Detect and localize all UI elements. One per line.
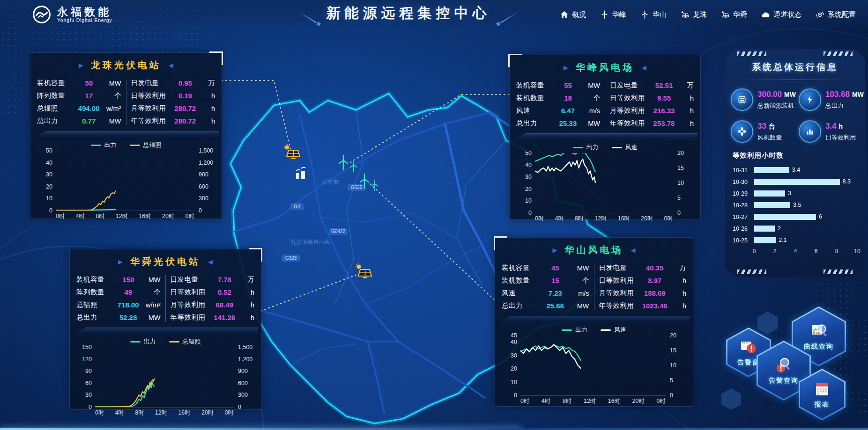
bar-value: 3	[785, 190, 791, 197]
stat-row: 总辐照718.00w/m²	[76, 299, 161, 311]
system-stat-text: 3.4h日等效利用	[825, 122, 856, 142]
y-tick: 30	[511, 352, 517, 359]
divider	[126, 79, 126, 125]
station-title: 华山风电场	[565, 244, 623, 256]
stat-unit: h	[237, 301, 254, 309]
nav-item-label: 系统配置	[828, 10, 856, 19]
hazard-stripes-decoration	[823, 270, 853, 274]
station-title: 华峰风电场	[576, 61, 634, 74]
report-icon	[813, 380, 831, 399]
y-tick: 15	[670, 347, 676, 354]
stats-column-right: 日发电量52.51万日等效利用9.55h月等效利用216.33h年等效利用253…	[610, 79, 694, 130]
stat-row: 装机容量45MW	[502, 262, 589, 274]
stat-value: 55	[553, 81, 583, 89]
logo-subtitle: Yongfu Digital Energy	[57, 17, 112, 23]
divider	[605, 81, 605, 128]
stat-label: 装机数量	[502, 276, 538, 285]
y-tick: 0	[89, 404, 92, 410]
bar-label: 10-29	[733, 190, 750, 197]
legend-label: 出力	[104, 141, 117, 149]
stat-label: 风速	[516, 106, 553, 115]
stat-value: 0.77	[74, 117, 104, 125]
nav-item-huashun[interactable]: 华舜	[721, 10, 747, 19]
nav-item-label: 龙珠	[693, 10, 707, 19]
x-axis: 0时4时8时12时16时20时0时	[56, 211, 194, 220]
legend-swatch	[130, 145, 140, 146]
stat-label: 总辐照	[76, 300, 113, 309]
nav-item-channel-status[interactable]: 通道状态	[761, 10, 801, 19]
y-tick: 60	[85, 380, 92, 386]
stat-value: 68.49	[212, 301, 238, 309]
legend-label: 风速	[625, 143, 638, 152]
y-axis-left: 45403020100	[499, 335, 520, 395]
nav-item-huafeng[interactable]: 华峰	[600, 10, 626, 19]
road-label: G4	[294, 204, 300, 209]
system-stat-unit: MW	[852, 91, 864, 98]
system-stat-turbine-count: 33台风机数量	[731, 120, 796, 143]
stat-row: 日发电量0.95万	[131, 77, 215, 89]
station-chart: 出力风速50403020100201510500时4时8时12时16时20时0时	[510, 140, 700, 223]
system-stat-unit: h	[839, 123, 843, 130]
legend-wind-speed-line: 风速	[612, 143, 638, 152]
road-label: G323	[285, 255, 297, 261]
stat-unit: h	[669, 290, 686, 297]
x-tick: 16时	[608, 397, 620, 405]
system-stat-number: 103.68MW	[825, 90, 864, 99]
system-stat-text: 300.00MW总新能源装机	[757, 90, 796, 110]
pedestal-decoration	[498, 316, 690, 322]
legend-label: 出力	[575, 326, 587, 334]
legend-swatch	[612, 147, 622, 148]
stat-unit: h	[677, 95, 694, 102]
stat-row: 风速7.23m/s	[502, 287, 589, 299]
nav-item-system-config[interactable]: 系统配置	[816, 10, 856, 19]
arrow-right-icon: ▶	[118, 258, 123, 265]
legend-output-line: 出力	[573, 143, 599, 152]
stat-label: 装机数量	[516, 94, 553, 102]
y-tick: 20	[46, 183, 52, 190]
stat-row: 月等效利用68.49h	[171, 299, 255, 311]
stat-value: 150	[113, 276, 144, 284]
arrow-left-icon: ◀	[631, 247, 636, 254]
x-tick: 16时	[178, 409, 190, 417]
page-title: 新能源远程集控中心	[326, 4, 491, 23]
y-tick: 900	[199, 171, 208, 178]
stat-value: 141.26	[212, 313, 238, 321]
stat-label: 月等效利用	[599, 289, 640, 298]
y-axis-right: 1,5001,2009006003000	[194, 151, 218, 211]
system-stat-label: 总出力	[825, 102, 864, 110]
nav-item-label: 华舜	[733, 10, 747, 19]
legend-swatch	[130, 341, 141, 343]
stat-value: 0.19	[172, 92, 199, 100]
system-stats: 300.00MW总新能源装机103.68MW总出力33台风机数量3.4h日等效利…	[725, 80, 865, 147]
x-axis: 0时4时8时12时16时20时0时	[535, 213, 673, 223]
stat-value: 718.00	[113, 301, 144, 309]
x-tick: 0时	[520, 397, 529, 405]
y-tick: 30	[46, 171, 52, 178]
nav-item-huashan[interactable]: 华山	[640, 10, 667, 19]
system-stat-number: 300.00MW	[757, 90, 796, 99]
y-tick: 5	[677, 195, 681, 201]
stat-value: 50	[74, 79, 104, 87]
station-stats: 装机容量55MW装机数量18个风速6.47m/s总出力25.33MW日发电量52…	[510, 77, 700, 130]
chart-legend: 出力总辐照	[74, 335, 257, 347]
stat-value: 0.95	[172, 79, 199, 87]
x-axis: 0时4时8时12时16时20时0时	[520, 396, 666, 405]
stats-column-right: 日发电量7.78万日等效利用0.52h月等效利用68.49h年等效利用141.2…	[171, 273, 255, 324]
station-stats: 装机容量150MW阵列数量49个总辐照718.00w/m²总出力52.28MW日…	[70, 271, 261, 324]
stat-unit: w/m²	[144, 301, 161, 309]
y-tick: 40	[46, 160, 52, 166]
bar	[754, 214, 816, 220]
station-panel-huashun-pv: ▶华舜光伏电站◀装机容量150MW阵列数量49个总辐照718.00w/m²总出力…	[69, 249, 261, 410]
nav-item-longzhu[interactable]: 龙珠	[681, 10, 707, 19]
report-button[interactable]: 报表	[799, 369, 846, 420]
stat-label: 风速	[502, 289, 538, 298]
bar	[754, 179, 840, 185]
bar	[754, 202, 790, 208]
y-axis-left: 1501209060300	[74, 347, 95, 407]
stats-column-left: 装机容量55MW装机数量18个风速6.47m/s总出力25.33MW	[516, 79, 600, 130]
area-label: 乳源瑶族自治县	[290, 239, 330, 245]
bar-track: 2.1	[754, 237, 857, 243]
system-stat-label: 总新能源装机	[757, 102, 796, 110]
nav-item-overview[interactable]: 概况	[560, 10, 586, 19]
y-axis-right: 20151050	[673, 153, 697, 213]
